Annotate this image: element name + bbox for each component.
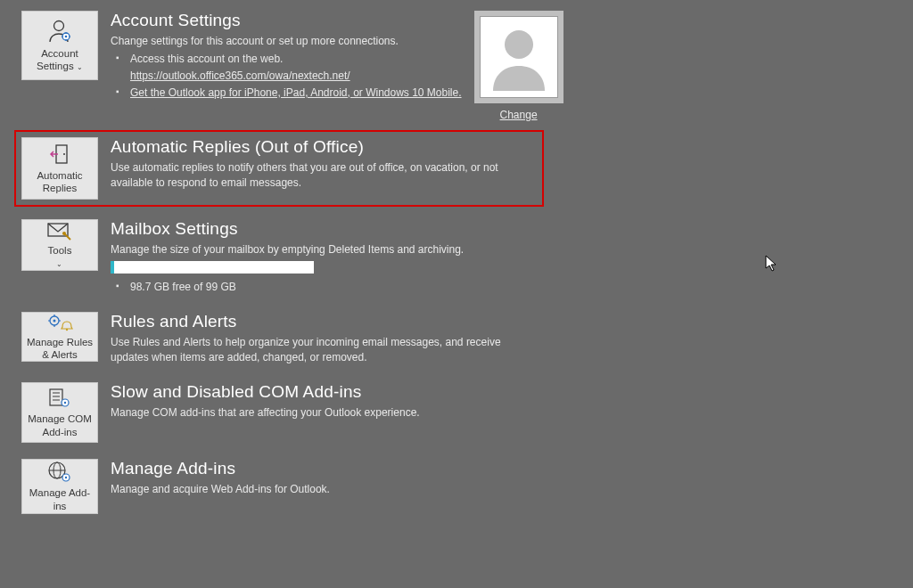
svg-point-29 bbox=[65, 477, 67, 478]
gear-bell-icon bbox=[46, 313, 73, 332]
rules-alerts-content: Rules and Alerts Use Rules and Alerts to… bbox=[111, 312, 539, 366]
mailbox-settings-content: Mailbox Settings Manage the size of your… bbox=[111, 219, 464, 296]
svg-point-0 bbox=[54, 20, 64, 30]
automatic-replies-highlight: AutomaticReplies Automatic Replies (Out … bbox=[14, 130, 544, 207]
tile-label: Manage COMAdd-ins bbox=[28, 412, 92, 438]
com-addins-content: Slow and Disabled COM Add-ins Manage COM… bbox=[111, 382, 420, 421]
manage-addins-tile[interactable]: Manage Add-ins bbox=[21, 459, 98, 514]
section-desc: Use Rules and Alerts to help organize yo… bbox=[111, 335, 539, 366]
reply-door-icon bbox=[48, 143, 71, 166]
svg-point-9 bbox=[63, 153, 65, 155]
manage-rules-tile[interactable]: Manage Rules& Alerts bbox=[21, 312, 98, 362]
profile-photo-block: Change bbox=[474, 11, 563, 121]
person-gear-icon bbox=[46, 19, 73, 44]
section-title: Rules and Alerts bbox=[111, 312, 539, 331]
section-title: Slow and Disabled COM Add-ins bbox=[111, 382, 420, 402]
com-addins-section: Manage COMAdd-ins Slow and Disabled COM … bbox=[21, 382, 913, 443]
section-title: Mailbox Settings bbox=[111, 219, 464, 239]
profile-photo-frame bbox=[474, 11, 563, 103]
manage-addins-section: Manage Add-ins Manage Add-ins Manage and… bbox=[21, 459, 913, 514]
section-desc: Manage the size of your mailbox by empty… bbox=[111, 242, 464, 257]
svg-rect-19 bbox=[50, 389, 62, 405]
section-title: Automatic Replies (Out of Office) bbox=[111, 137, 537, 157]
section-title: Manage Add-ins bbox=[111, 459, 330, 478]
mailbox-settings-section: Tools⌄ Mailbox Settings Manage the size … bbox=[21, 219, 913, 296]
building-gear-icon bbox=[46, 386, 73, 409]
mailbox-quota-used bbox=[111, 261, 114, 274]
automatic-replies-content: Automatic Replies (Out of Office) Use au… bbox=[111, 137, 537, 192]
mailbox-quota-bar bbox=[111, 261, 314, 274]
person-placeholder-icon bbox=[488, 21, 550, 94]
bullet-web-access: Access this account on the web. https://… bbox=[116, 51, 462, 84]
section-title: Account Settings bbox=[111, 11, 462, 30]
owa-url-link[interactable]: https://outlook.office365.com/owa/nextec… bbox=[130, 69, 350, 82]
tools-tile[interactable]: Tools⌄ bbox=[21, 219, 98, 271]
rules-alerts-section: Manage Rules& Alerts Rules and Alerts Us… bbox=[21, 312, 913, 366]
svg-point-2 bbox=[65, 35, 68, 37]
envelope-wrench-icon bbox=[46, 221, 73, 241]
section-desc: Manage and acquire Web Add-ins for Outlo… bbox=[111, 482, 330, 497]
globe-gear-icon bbox=[46, 460, 73, 483]
svg-point-7 bbox=[505, 30, 533, 59]
svg-point-24 bbox=[64, 402, 66, 404]
mailbox-quota-text: 98.7 GB free of 99 GB bbox=[116, 279, 464, 296]
tile-label: AccountSettings ⌄ bbox=[37, 47, 83, 73]
get-app-link[interactable]: Get the Outlook app for iPhone, iPad, An… bbox=[130, 86, 462, 99]
section-desc: Manage COM add-ins that are affecting yo… bbox=[111, 405, 420, 421]
section-desc: Change settings for this account or set … bbox=[111, 34, 462, 49]
svg-point-13 bbox=[53, 319, 56, 322]
automatic-replies-tile[interactable]: AutomaticReplies bbox=[21, 137, 98, 200]
account-settings-section: AccountSettings ⌄ Account Settings Chang… bbox=[21, 11, 913, 121]
svg-point-18 bbox=[66, 328, 68, 330]
account-settings-content: Account Settings Change settings for thi… bbox=[111, 11, 462, 101]
section-desc: Use automatic replies to notify others t… bbox=[111, 160, 537, 192]
tile-label: Manage Add-ins bbox=[29, 486, 90, 512]
tile-label: AutomaticReplies bbox=[37, 169, 82, 195]
tile-label: Manage Rules& Alerts bbox=[27, 336, 93, 362]
tile-label: Tools⌄ bbox=[48, 244, 72, 270]
change-photo-link[interactable]: Change bbox=[500, 109, 538, 121]
account-settings-tile[interactable]: AccountSettings ⌄ bbox=[21, 11, 98, 80]
manage-addins-content: Manage Add-ins Manage and acquire Web Ad… bbox=[111, 459, 330, 497]
manage-com-addins-tile[interactable]: Manage COMAdd-ins bbox=[21, 382, 98, 443]
svg-point-11 bbox=[62, 232, 66, 235]
